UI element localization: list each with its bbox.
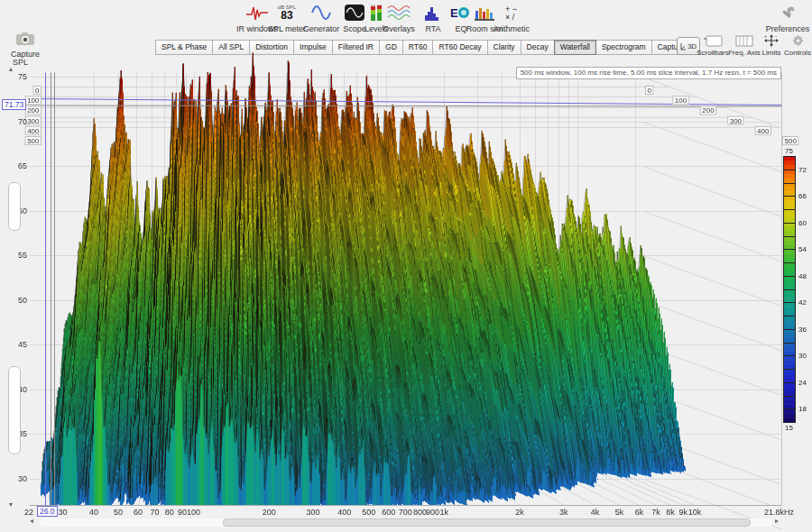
vertical-scrollbar-thumb-lower[interactable] [8,366,21,454]
scroll-up-arrow-icon[interactable]: ▴ [9,65,13,73]
scroll-right-arrow-icon[interactable]: ▸ [775,517,779,525]
scroll-down-arrow-icon[interactable]: ▾ [9,500,13,509]
spl-axis-title: SPL [13,58,28,67]
waterfall-plot-canvas[interactable] [0,0,812,532]
horizontal-scrollbar[interactable] [40,518,772,527]
vertical-scrollbar-thumb-upper[interactable] [8,182,21,231]
cursor-freq-readout: 26.0 [37,506,58,517]
cursor-spl-readout: 71.73 [2,99,26,110]
waterfall-settings-banner: 500 ms window, 100 ms rise time, 5.00 ms… [516,67,781,79]
scroll-left-arrow-icon[interactable]: ◂ [30,517,33,525]
horizontal-scrollbar-thumb[interactable] [223,518,751,527]
tab-waterfall[interactable]: Waterfall [554,40,596,55]
rew-window: IR windows dB SPL 83 SPL meter Generator… [0,0,812,532]
